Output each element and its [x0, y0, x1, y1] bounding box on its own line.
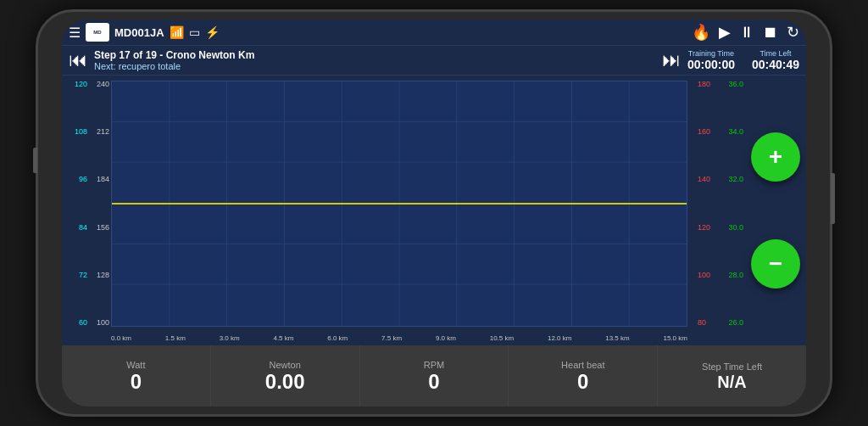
x-label: 15.0 km [663, 334, 687, 342]
y-label-red: 80 [698, 319, 715, 327]
metric-cell: Heart beat0 [509, 345, 658, 406]
metric-value: 0 [428, 372, 439, 392]
y-label-red: 160 [698, 128, 715, 136]
y-label-cyan: 72 [64, 272, 87, 279]
training-time-block: Training Time 00:00:00 [687, 49, 735, 71]
metric-value: 0 [131, 372, 142, 392]
y-label-green: 26.0 [716, 319, 743, 327]
increase-button[interactable]: + [751, 132, 800, 182]
metric-cell: RPM0 [360, 345, 509, 406]
battery-icon: ▭ [189, 25, 200, 39]
y-label-white: 156 [87, 224, 109, 232]
y-axis-left-white: 240212184156128100 [87, 81, 109, 327]
time-section: Training Time 00:00:00 Time Left 00:40:4… [687, 49, 799, 71]
pause-button[interactable]: ⏸ [739, 24, 754, 42]
volume-button [33, 148, 37, 173]
y-label-white: 184 [87, 176, 109, 183]
y-label-white: 240 [87, 81, 109, 88]
metric-value: N/A [717, 373, 746, 390]
wifi-icon: 📶 [170, 25, 184, 39]
y-label-cyan: 108 [64, 128, 87, 136]
y-label-red: 140 [698, 176, 715, 183]
x-label: 6.0 km [327, 334, 348, 342]
metric-label: Newton [270, 360, 301, 370]
x-label: 13.5 km [605, 334, 629, 342]
time-left-value: 00:40:49 [752, 58, 799, 71]
x-label: 0.0 km [111, 334, 131, 342]
refresh-button[interactable]: ↻ [787, 23, 799, 42]
metric-label: Heart beat [561, 360, 604, 370]
step-next: Next: recupero totale [94, 61, 655, 71]
x-label: 9.0 km [436, 334, 456, 342]
x-label: 1.5 km [165, 334, 186, 342]
y-label-red: 100 [698, 272, 715, 279]
main-area: 12010896847260 240212184156128100 [62, 76, 806, 345]
metric-label: RPM [424, 360, 444, 370]
training-time-value: 00:00:00 [687, 58, 735, 71]
skip-back-icon[interactable]: ⏮ [69, 49, 87, 71]
header: ☰ MD MD001JA 📶 ▭ ⚡ 🔥 ▶ ⏸ ⏹ ↻ [62, 20, 806, 46]
step-bar: ⏮ Step 17 of 19 - Crono Newton Km Next: … [62, 46, 806, 76]
metric-cell: Newton0.00 [211, 345, 360, 406]
minus-icon: − [769, 252, 782, 276]
skip-forward-icon[interactable]: ⏭ [662, 49, 681, 71]
training-time-label: Training Time [687, 49, 735, 58]
y-axis-right-green: 36.034.032.030.028.026.0 [716, 81, 743, 327]
chart-container: 12010896847260 240212184156128100 [62, 76, 745, 345]
y-label-green: 28.0 [716, 272, 743, 279]
step-info: Step 17 of 19 - Crono Newton Km Next: re… [94, 49, 655, 71]
x-label: 3.0 km [220, 334, 240, 342]
metric-value: 0 [577, 372, 588, 392]
metric-label: Step Time Left [702, 362, 762, 372]
plus-icon: + [769, 145, 782, 169]
y-label-cyan: 120 [64, 81, 87, 88]
device-id: MD001JA [114, 26, 164, 39]
time-left-label: Time Left [752, 49, 799, 58]
decrease-button[interactable]: − [751, 239, 800, 289]
flame-icon[interactable]: 🔥 [692, 23, 710, 42]
logo: MD [86, 23, 109, 42]
y-label-green: 30.0 [716, 224, 743, 232]
bolt-icon: ⚡ [205, 25, 220, 39]
stop-button[interactable]: ⏹ [763, 24, 778, 42]
y-axis-right-red: 18016014012010080 [698, 81, 715, 327]
phone-screen: ☰ MD MD001JA 📶 ▭ ⚡ 🔥 ▶ ⏸ ⏹ ↻ ⏮ Step 17 o… [62, 20, 806, 406]
y-axis-left-cyan: 12010896847260 [64, 81, 87, 327]
metric-cell: Step Time LeftN/A [658, 345, 806, 406]
chart-svg [112, 81, 687, 326]
y-label-green: 34.0 [716, 128, 743, 136]
play-button[interactable]: ▶ [719, 23, 731, 42]
power-button [831, 173, 835, 224]
x-label: 12.0 km [548, 334, 571, 342]
x-label: 7.5 km [381, 334, 402, 342]
metric-value: 0.00 [265, 372, 305, 392]
y-label-red: 180 [698, 81, 715, 88]
metrics-bar: Watt0Newton0.00RPM0Heart beat0Step Time … [62, 345, 806, 406]
y-label-white: 212 [87, 128, 109, 136]
playback-controls: 🔥 ▶ ⏸ ⏹ ↻ [692, 23, 799, 42]
time-left-block: Time Left 00:40:49 [752, 49, 799, 71]
x-label: 10.5 km [490, 334, 514, 342]
y-label-cyan: 84 [64, 224, 87, 232]
x-axis: 0.0 km1.5 km3.0 km4.5 km6.0 km7.5 km9.0 … [111, 334, 687, 342]
step-title: Step 17 of 19 - Crono Newton Km [94, 49, 655, 61]
metric-cell: Watt0 [62, 345, 211, 406]
y-label-cyan: 96 [64, 176, 87, 183]
chart-plot [111, 81, 687, 327]
y-label-white: 100 [87, 319, 109, 327]
phone-frame: ☰ MD MD001JA 📶 ▭ ⚡ 🔥 ▶ ⏸ ⏹ ↻ ⏮ Step 17 o… [36, 9, 832, 417]
y-label-red: 120 [698, 224, 715, 232]
y-label-green: 36.0 [716, 81, 743, 88]
y-label-cyan: 60 [64, 319, 87, 327]
y-label-green: 32.0 [716, 176, 743, 183]
right-buttons: + − [745, 76, 806, 345]
hamburger-menu-icon[interactable]: ☰ [69, 25, 81, 41]
metric-label: Watt [126, 360, 145, 370]
x-label: 4.5 km [273, 334, 293, 342]
y-label-white: 128 [87, 272, 109, 279]
